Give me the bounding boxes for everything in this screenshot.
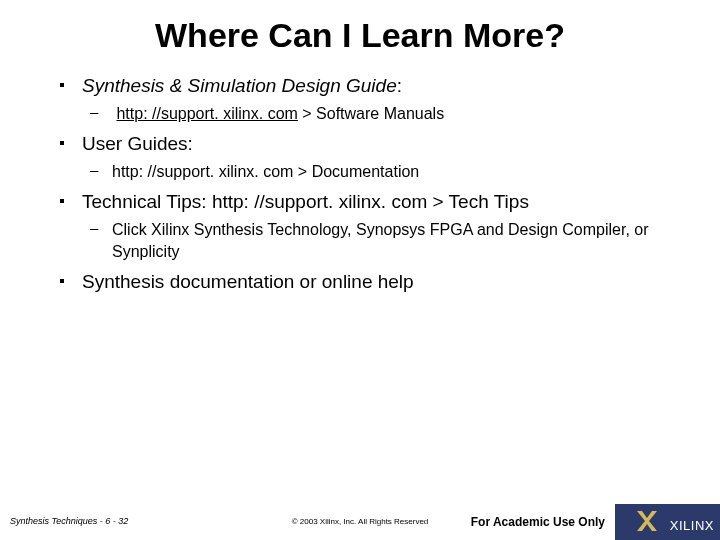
sub-bullet: Click Xilinx Synthesis Technology, Synop… [82, 219, 680, 264]
footer: Synthesis Techniques - 6 - 32 © 2003 Xil… [0, 500, 720, 540]
sub-bullet: http: //support. xilinx. com > Software … [82, 103, 680, 125]
footer-copyright: © 2003 Xilinx, Inc. All Rights Reserved [292, 517, 429, 526]
bullet-text: Technical Tips: http: //support. xilinx.… [82, 191, 529, 212]
slide-content: Synthesis & Simulation Design Guide: htt… [0, 73, 720, 295]
slide-title: Where Can I Learn More? [0, 0, 720, 73]
bullet-text: Synthesis & Simulation Design Guide [82, 75, 397, 96]
bullet-suffix: : [397, 75, 402, 96]
footer-right: For Academic Use Only [471, 515, 605, 529]
footer-left: Synthesis Techniques - 6 - 32 [10, 516, 128, 526]
bullet-text: Synthesis documentation or online help [82, 271, 414, 292]
logo-x-icon [634, 508, 660, 534]
xilinx-logo: XILINX [615, 500, 720, 540]
bullet-item: Synthesis & Simulation Design Guide: htt… [60, 73, 680, 125]
bullet-item: Technical Tips: http: //support. xilinx.… [60, 189, 680, 263]
sub-text: > Software Manuals [298, 105, 444, 122]
sub-bullet: http: //support. xilinx. com > Documenta… [82, 161, 680, 183]
bullet-item: Synthesis documentation or online help [60, 269, 680, 295]
logo-text: XILINX [670, 518, 714, 533]
link-text[interactable]: http: //support. xilinx. com [116, 105, 297, 122]
sub-text: Click Xilinx Synthesis Technology, Synop… [112, 221, 649, 260]
bullet-item: User Guides: http: //support. xilinx. co… [60, 131, 680, 183]
sub-text: http: //support. xilinx. com > Documenta… [112, 163, 419, 180]
bullet-text: User Guides: [82, 133, 193, 154]
